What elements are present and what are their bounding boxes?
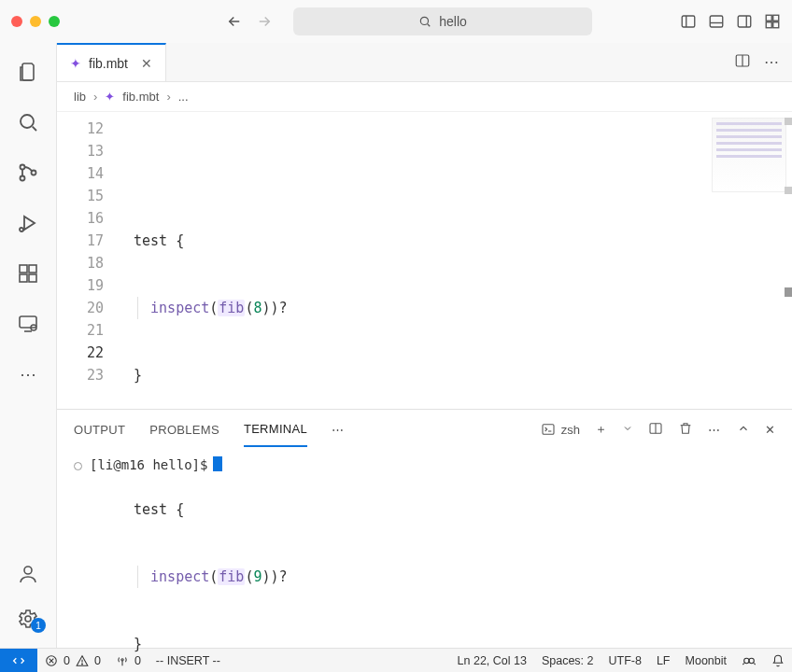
task-status-icon xyxy=(74,462,82,470)
editor[interactable]: 12 13 14 15 16 17 18 19 20 21 22 23 test… xyxy=(57,112,792,409)
title-bar: hello xyxy=(0,0,792,43)
editor-group: ✦ fib.mbt ✕ ⋯ lib › ✦ fib.mbt › ... 12 1… xyxy=(56,43,792,648)
svg-rect-5 xyxy=(773,15,779,21)
svg-rect-7 xyxy=(773,22,779,28)
source-control-icon[interactable] xyxy=(16,161,40,185)
svg-point-19 xyxy=(24,567,32,574)
error-icon xyxy=(45,654,58,667)
breadcrumb-symbol[interactable]: ... xyxy=(178,90,189,104)
editor-tab-fib[interactable]: ✦ fib.mbt ✕ xyxy=(57,43,166,81)
overview-ruler-mark xyxy=(785,187,792,194)
moonbit-file-icon: ✦ xyxy=(105,90,115,104)
more-actions-icon[interactable]: ⋯ xyxy=(764,53,781,71)
svg-point-11 xyxy=(32,171,36,175)
zoom-window[interactable] xyxy=(49,16,60,27)
code-area[interactable]: test { inspect(fib(8))? } test { inspect… xyxy=(117,112,792,409)
accounts-icon[interactable] xyxy=(16,562,40,586)
toggle-secondary-sidebar-icon[interactable] xyxy=(736,13,753,30)
warning-icon xyxy=(76,654,89,667)
svg-rect-2 xyxy=(710,16,723,27)
remote-icon xyxy=(11,653,26,668)
minimize-window[interactable] xyxy=(30,16,41,27)
moonbit-file-icon: ✦ xyxy=(70,56,81,71)
svg-point-10 xyxy=(21,176,25,181)
chevron-right-icon: › xyxy=(93,90,97,104)
overview-ruler-mark xyxy=(785,118,792,125)
explorer-icon[interactable] xyxy=(16,60,40,84)
search-view-icon[interactable] xyxy=(16,110,40,134)
editor-tabs: ✦ fib.mbt ✕ ⋯ xyxy=(57,43,792,82)
status-problems[interactable]: 0 0 xyxy=(37,654,108,667)
svg-point-25 xyxy=(81,664,82,665)
svg-rect-4 xyxy=(766,15,771,21)
customize-layout-icon[interactable] xyxy=(764,13,781,30)
svg-rect-14 xyxy=(29,265,36,273)
extensions-icon[interactable] xyxy=(16,261,40,286)
remote-explorer-icon[interactable] xyxy=(16,312,40,336)
svg-rect-16 xyxy=(29,274,36,282)
chevron-right-icon: › xyxy=(166,90,170,104)
breadcrumbs[interactable]: lib › ✦ fib.mbt › ... xyxy=(57,82,792,112)
minimap[interactable] xyxy=(712,118,786,192)
line-numbers: 12 13 14 15 16 17 18 19 20 21 22 23 xyxy=(57,112,117,409)
svg-point-9 xyxy=(21,165,25,170)
breadcrumb-file[interactable]: fib.mbt xyxy=(122,90,159,104)
close-window[interactable] xyxy=(11,16,22,27)
svg-point-0 xyxy=(421,17,429,24)
close-tab-icon[interactable]: ✕ xyxy=(141,56,152,71)
window-controls xyxy=(11,16,60,27)
remote-indicator[interactable] xyxy=(0,649,37,672)
svg-rect-1 xyxy=(682,16,695,27)
title-layout-controls xyxy=(680,13,781,30)
activity-bar: ⋯ 1 xyxy=(0,43,56,648)
breadcrumb-folder[interactable]: lib xyxy=(74,90,86,104)
run-debug-icon[interactable] xyxy=(16,211,40,235)
svg-point-20 xyxy=(25,616,31,622)
nav-history xyxy=(226,13,273,30)
editor-tab-label: fib.mbt xyxy=(89,56,128,71)
overview-ruler-mark xyxy=(785,287,792,297)
svg-rect-15 xyxy=(20,274,27,282)
svg-rect-17 xyxy=(20,316,36,328)
toggle-primary-sidebar-icon[interactable] xyxy=(680,13,697,30)
nav-back-icon[interactable] xyxy=(226,13,243,30)
split-editor-icon[interactable] xyxy=(734,52,751,73)
nav-forward-icon[interactable] xyxy=(256,13,273,30)
manage-icon[interactable]: 1 xyxy=(16,607,40,631)
search-icon xyxy=(418,15,431,28)
command-center-label: hello xyxy=(439,14,467,29)
more-views-icon[interactable]: ⋯ xyxy=(16,362,40,386)
toggle-panel-icon[interactable] xyxy=(708,13,725,30)
settings-update-badge: 1 xyxy=(31,618,46,633)
svg-point-12 xyxy=(20,228,23,231)
svg-point-8 xyxy=(21,115,34,128)
svg-rect-3 xyxy=(738,16,751,27)
svg-rect-13 xyxy=(20,265,27,273)
command-center[interactable]: hello xyxy=(293,7,592,35)
svg-rect-6 xyxy=(766,22,771,28)
